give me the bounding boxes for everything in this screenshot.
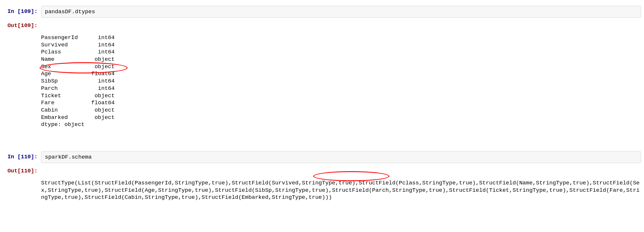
in-prompt-110: In [110]: xyxy=(3,151,41,160)
cell-out-109: Out[109]: PassengerId int64 Survived int… xyxy=(3,20,641,149)
schema-output-text: StructType(List(StructField(PassengerId,… xyxy=(41,179,641,201)
cell-out-110: Out[110]: StructType(List(StructField(Pa… xyxy=(3,165,641,222)
output-area-109: PassengerId int64 Survived int64 Pclass … xyxy=(41,20,641,149)
in-prompt-109: In [109]: xyxy=(3,6,41,15)
out-prompt-110: Out[110]: xyxy=(3,165,41,174)
input-code-110[interactable]: sparkDF.schema xyxy=(41,151,641,163)
cell-in-109: In [109]: pandasDF.dtypes xyxy=(3,6,641,18)
dtype-output-text: PassengerId int64 Survived int64 Pclass … xyxy=(41,34,641,128)
output-area-110: StructType(List(StructField(PassengerId,… xyxy=(41,165,641,222)
cell-in-110: In [110]: sparkDF.schema xyxy=(3,151,641,163)
input-code-109[interactable]: pandasDF.dtypes xyxy=(41,6,641,18)
out-prompt-109: Out[109]: xyxy=(3,20,41,29)
